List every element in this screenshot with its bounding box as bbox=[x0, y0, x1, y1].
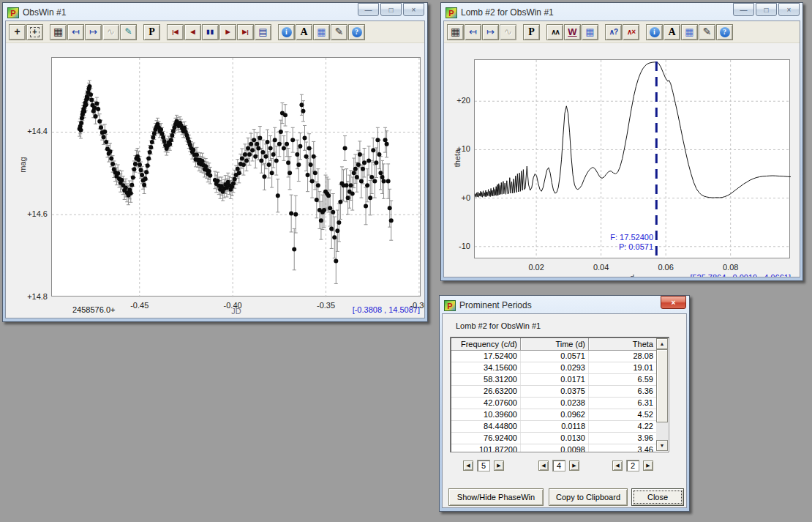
y-tick-label: +14.8 bbox=[10, 292, 48, 301]
table-row[interactable]: 17.524000.057128.08 bbox=[451, 351, 656, 362]
table-row[interactable]: 84.448000.01184.22 bbox=[451, 421, 656, 433]
app-icon: P bbox=[444, 300, 456, 311]
obswin-zoom-in-button[interactable]: + bbox=[9, 24, 26, 40]
obswin-caption-buttons: —□× bbox=[358, 3, 424, 16]
dialog-close-button[interactable]: × bbox=[661, 296, 686, 309]
obswin-scroll-left-button[interactable]: ↤ bbox=[67, 24, 84, 40]
obswin-period-analysis-button[interactable]: P bbox=[143, 24, 160, 40]
obswin-annotate-button[interactable]: ✎ bbox=[331, 24, 347, 40]
obswin-go-first-button[interactable]: |◀ bbox=[167, 24, 184, 40]
lomb-toolbar-separator bbox=[599, 23, 605, 40]
table-row[interactable]: 10.396000.09624.52 bbox=[451, 409, 656, 421]
x-tick-label: 0.02 bbox=[520, 263, 552, 272]
smooth-curve-icon: ∿ bbox=[504, 27, 512, 37]
obswin-scroll-right-button[interactable]: ↦ bbox=[85, 24, 102, 40]
table-row[interactable]: 42.076000.02386.31 bbox=[451, 398, 656, 409]
show-hide-phasewin-button[interactable]: Show/Hide PhaseWin bbox=[448, 488, 544, 506]
lomb-query-peak-button[interactable]: ∧? bbox=[605, 24, 622, 40]
table-row[interactable]: 26.632000.03756.36 bbox=[451, 386, 656, 398]
table-cell: 42.07600 bbox=[451, 398, 521, 409]
period-analysis-icon: P bbox=[528, 27, 535, 37]
spinner-3-increment-button[interactable]: ▶ bbox=[643, 461, 653, 471]
periodogram-canvas[interactable] bbox=[475, 60, 791, 259]
obswin-edit-observations-button[interactable]: ✎ bbox=[120, 24, 137, 40]
lomb-scroll-right-button[interactable]: ↦ bbox=[482, 24, 499, 40]
cursor-readout: [-0.3808 , 14.5087] bbox=[271, 305, 420, 314]
spinner-2-decrement-button[interactable]: ◀ bbox=[538, 461, 549, 471]
obswin-go-last-button[interactable]: ▶| bbox=[237, 24, 254, 40]
obswin-go-previous-button[interactable]: ◀ bbox=[184, 24, 201, 40]
obswin-info-button[interactable]: i bbox=[278, 24, 295, 40]
scroll-down-button[interactable]: ▼ bbox=[656, 440, 668, 451]
obswin-font-button[interactable]: A bbox=[296, 24, 312, 40]
spinner-1-value[interactable]: 5 bbox=[477, 460, 490, 471]
obswin-table-button[interactable]: ▦ bbox=[313, 24, 330, 40]
spinner-3-value[interactable]: 2 bbox=[626, 460, 639, 471]
spinner-2-increment-button[interactable]: ▶ bbox=[569, 461, 579, 471]
column-header[interactable]: Time (d) bbox=[521, 338, 589, 351]
scrollbar-thumb[interactable] bbox=[656, 349, 668, 422]
period-table-icon: ▦ bbox=[585, 27, 594, 37]
y-tick-label: +14.4 bbox=[10, 127, 48, 135]
lomb-prominent-periods-button[interactable]: ∧∧ bbox=[546, 24, 563, 40]
obswin-titlebar[interactable]: P ObsWin #1 —□× bbox=[5, 3, 425, 20]
copy-to-clipboard-button[interactable]: Copy to Clipboard bbox=[549, 488, 628, 506]
lomb-font-button[interactable]: A bbox=[663, 24, 680, 40]
smooth-curve-icon: ∿ bbox=[107, 27, 115, 37]
pause-icon: ▮▮ bbox=[206, 27, 214, 37]
help-icon: ? bbox=[720, 27, 730, 37]
spinner-2-value[interactable]: 4 bbox=[552, 460, 565, 471]
periodogram-plot[interactable]: theta F: 17.52400 P: 0.0571 d [525.7864 … bbox=[474, 59, 790, 258]
lomb-chart-region: theta F: 17.52400 P: 0.0571 d [525.7864 … bbox=[444, 43, 800, 277]
table-row[interactable]: 34.156000.029319.01 bbox=[451, 362, 656, 374]
lomb-table-button[interactable]: ▦ bbox=[681, 24, 698, 40]
light-curve-plot[interactable]: mag 2458576.0+ JD [-0.3808 , 14.5087] -0… bbox=[51, 57, 421, 297]
lomb-minimize-button[interactable]: — bbox=[733, 3, 754, 16]
delete-peak-icon: ∧× bbox=[627, 27, 635, 37]
lomb-period-analysis-button[interactable]: P bbox=[523, 24, 540, 40]
lomb-period-table-button[interactable]: ▦ bbox=[582, 24, 598, 40]
light-curve-canvas[interactable] bbox=[52, 58, 421, 297]
table-row[interactable]: 76.924000.01303.96 bbox=[451, 433, 656, 444]
obswin-observations-list-button[interactable]: ▤ bbox=[255, 24, 271, 40]
spinner-1-increment-button[interactable]: ▶ bbox=[494, 461, 504, 471]
lomb-scroll-left-button[interactable]: ↤ bbox=[465, 24, 481, 40]
table-cell: 6.36 bbox=[589, 386, 656, 397]
lomb-toolbar-separator bbox=[541, 23, 546, 40]
table-row[interactable]: 58.312000.01716.59 bbox=[451, 374, 656, 386]
lomb-toolbar-separator bbox=[640, 23, 646, 40]
lomb-close-button[interactable]: × bbox=[778, 3, 800, 16]
obswin-smooth-curve-button: ∿ bbox=[102, 24, 119, 40]
lomb-annotate-button[interactable]: ✎ bbox=[699, 24, 715, 40]
periods-table-scrollbar[interactable]: ▲ ▼ bbox=[656, 338, 668, 451]
lomb-maximize-button[interactable]: □ bbox=[756, 3, 777, 16]
spinner-1-decrement-button[interactable]: ◀ bbox=[463, 461, 473, 471]
scroll-up-button[interactable]: ▲ bbox=[656, 338, 668, 349]
close-button[interactable]: Close bbox=[631, 488, 684, 506]
lomb-show-grid-button[interactable]: ▦ bbox=[447, 24, 464, 40]
obswin-zoom-region-button[interactable]: + bbox=[26, 24, 43, 40]
obswin-play-button[interactable]: ▶ bbox=[219, 24, 236, 40]
column-header[interactable]: Frequency (c/d) bbox=[451, 338, 521, 351]
obswin-pause-button[interactable]: ▮▮ bbox=[202, 24, 219, 40]
font-icon: A bbox=[300, 27, 307, 37]
dialog-title: Prominent Periods bbox=[459, 300, 657, 310]
lomb-info-button[interactable]: i bbox=[646, 24, 663, 40]
observations-list-icon: ▤ bbox=[258, 27, 267, 37]
obswin-maximize-button[interactable]: □ bbox=[380, 3, 402, 16]
obswin-close-button[interactable]: × bbox=[403, 3, 424, 16]
table-cell: 0.0293 bbox=[521, 362, 589, 373]
table-row[interactable]: 101.872000.00983.46 bbox=[451, 444, 656, 452]
table-cell: 10.39600 bbox=[451, 409, 521, 420]
obswin-show-grid-button[interactable]: ▦ bbox=[50, 24, 67, 40]
lomb-phase-window-button[interactable]: W bbox=[564, 24, 581, 40]
spinner-3-decrement-button[interactable]: ◀ bbox=[612, 461, 623, 471]
obswin-minimize-button[interactable]: — bbox=[358, 3, 379, 16]
lomb-help-button[interactable]: ? bbox=[716, 24, 733, 40]
lomb-titlebar[interactable]: P Lomb #2 for ObsWin #1 —□× bbox=[443, 3, 800, 20]
lomb-delete-peak-button[interactable]: ∧× bbox=[623, 24, 639, 40]
column-header[interactable]: Theta bbox=[589, 338, 656, 351]
info-icon: i bbox=[282, 27, 292, 37]
dialog-titlebar[interactable]: P Prominent Periods × bbox=[442, 296, 687, 313]
obswin-help-button[interactable]: ? bbox=[348, 24, 365, 40]
